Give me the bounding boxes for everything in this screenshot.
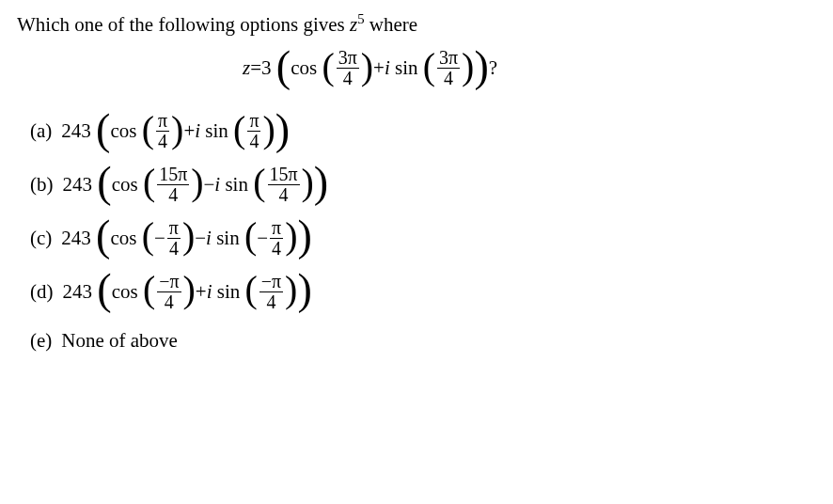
num: π: [167, 218, 181, 238]
eq-equals: =: [250, 56, 261, 80]
den: 4: [247, 131, 260, 151]
opt-b-frac1: 15π 4: [157, 165, 189, 205]
opt-d-coeff: 243: [63, 280, 93, 304]
option-d-label: (d): [30, 280, 54, 304]
eq-frac1-den: 4: [337, 68, 359, 88]
opt-d-frac1: −π 4: [157, 272, 181, 312]
eq-frac-1: 3π 4: [337, 48, 359, 88]
opt-c-neg2: −: [257, 227, 268, 250]
num: π: [156, 111, 169, 131]
opt-a-sin: sin: [205, 119, 228, 143]
option-e-label: (e): [30, 329, 52, 353]
den: 4: [167, 238, 181, 259]
opt-c-join: −: [195, 227, 206, 250]
den: 4: [156, 131, 169, 151]
option-b[interactable]: (b) 243 ( cos ( 15π 4 ) − i sin ( 15π 4: [30, 165, 816, 205]
opt-c-neg1: −: [154, 227, 165, 250]
eq-frac2-num: 3π: [437, 48, 460, 68]
opt-c-frac1: π 4: [167, 218, 181, 259]
eq-frac1-num: 3π: [337, 48, 359, 68]
opt-c-sin: sin: [216, 227, 240, 250]
num: π: [270, 218, 283, 238]
prompt-prefix: Which one of the following options gives: [17, 13, 350, 36]
option-d[interactable]: (d) 243 ( cos ( −π 4 ) + i sin ( −π 4: [30, 272, 816, 312]
den: 4: [157, 291, 181, 312]
question-prompt: Which one of the following options gives…: [17, 11, 816, 37]
option-c[interactable]: (c) 243 ( cos ( − π 4 ) − i sin ( − π 4: [30, 218, 816, 259]
opt-c-coeff: 243: [61, 227, 91, 250]
equation: z = 3 ( cos ( 3π 4 ) + i sin ( 3π 4 ) ) …: [17, 48, 497, 88]
opt-a-cos: cos: [110, 119, 136, 143]
eq-qmark: ?: [489, 56, 497, 80]
eq-frac2-den: 4: [437, 68, 460, 88]
num: π: [247, 111, 260, 131]
option-c-label: (c): [30, 227, 52, 250]
den: 4: [270, 238, 283, 259]
opt-a-coeff: 243: [61, 119, 91, 143]
num: −π: [157, 272, 181, 291]
opt-b-cos: cos: [112, 173, 138, 197]
opt-a-frac1: π 4: [156, 111, 169, 151]
opt-a-join: +: [183, 119, 195, 143]
option-b-label: (b): [30, 173, 54, 197]
num: 15π: [268, 165, 300, 184]
option-e-text: None of above: [61, 329, 178, 353]
opt-b-coeff: 243: [63, 173, 93, 197]
options-list: (a) 243 ( cos ( π 4 ) + i sin ( π 4: [30, 111, 816, 353]
eq-frac-2: 3π 4: [437, 48, 460, 88]
eq-z: z: [243, 56, 250, 80]
eq-cos: cos: [291, 56, 317, 80]
z-var: z: [350, 13, 357, 36]
opt-b-sin: sin: [225, 173, 248, 197]
opt-d-frac2: −π 4: [259, 272, 283, 312]
num: 15π: [157, 165, 189, 184]
opt-d-sin: sin: [217, 280, 241, 304]
opt-d-join: +: [196, 280, 207, 304]
eq-coeff: 3: [261, 56, 272, 80]
opt-c-frac2: π 4: [270, 218, 283, 259]
option-e[interactable]: (e) None of above: [30, 329, 816, 353]
opt-b-frac2: 15π 4: [268, 165, 300, 205]
num: −π: [259, 272, 283, 291]
opt-d-cos: cos: [112, 280, 138, 304]
z-exp: 5: [357, 11, 364, 26]
opt-b-join: −: [204, 173, 215, 197]
eq-sin: sin: [395, 56, 418, 80]
den: 4: [259, 291, 283, 312]
opt-c-cos: cos: [110, 227, 136, 250]
opt-a-frac2: π 4: [247, 111, 260, 151]
eq-plus: +: [373, 56, 385, 80]
option-a[interactable]: (a) 243 ( cos ( π 4 ) + i sin ( π 4: [30, 111, 816, 151]
den: 4: [268, 184, 300, 205]
den: 4: [157, 184, 189, 205]
option-a-label: (a): [30, 119, 52, 143]
prompt-suffix: where: [365, 13, 418, 36]
